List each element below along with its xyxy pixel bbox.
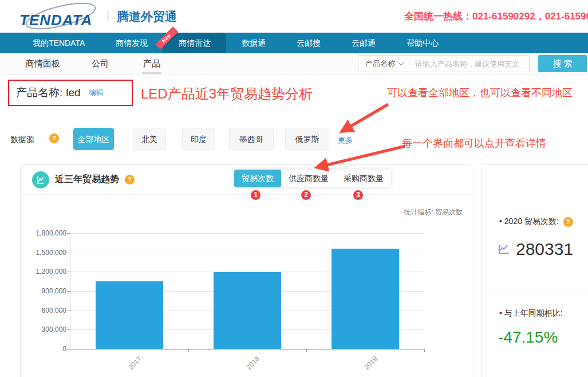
metric-tabs: 贸易次数 供应商数量 采购商数量 [234, 170, 391, 187]
summary-divider [482, 292, 588, 292]
chart-y-tick-label: 300,000 [21, 325, 66, 333]
nav-item-discovery[interactable]: 商情发现 [100, 33, 163, 53]
product-name-box: 产品名称: led 编辑 [8, 80, 133, 106]
search-category-label: 产品名称 [365, 58, 395, 69]
region-button-india[interactable]: 印度 [182, 128, 215, 150]
line-chart-icon [32, 171, 49, 188]
app-root: TENDATA | 腾道外贸通 全国统一热线：021-61590292，021-… [0, 0, 588, 377]
tendata-logo[interactable]: TENDATA [16, 5, 102, 29]
chart-x-tick-label: 2018 [244, 355, 261, 371]
logo-subtitle: 腾道外贸通 [117, 9, 177, 25]
summary-card: • 2020 贸易次数: ? 280331 • 与上年同期相比: -47.15% [482, 164, 588, 377]
nav-item-radar-label: 商情雷达 [179, 38, 211, 48]
chart-y-tick [67, 311, 70, 311]
chart-y-tick-label: 1,500,000 [21, 249, 66, 257]
stat-indicator-label: 统计指标: 贸易次数 [404, 207, 463, 217]
chart-y-tick-label: 1,200,000 [21, 268, 66, 276]
stat-2020-value-row: 280331 [497, 239, 573, 259]
datasource-label: 数据源 [10, 135, 34, 145]
chart-x-tick [188, 349, 189, 352]
nav-item-help-center[interactable]: 帮助中心 [391, 33, 454, 53]
region-button-north-america[interactable]: 北美 [133, 128, 166, 150]
chart-y-tick-label: 900,000 [21, 287, 66, 295]
chart-bar-2017[interactable] [96, 281, 163, 349]
annotation-title: LED产品近3年贸易趋势分析 [141, 85, 313, 103]
chart-gridline [70, 233, 424, 234]
tab-trade-count[interactable]: 贸易次数 [234, 170, 281, 187]
nav-item-radar[interactable]: New 商情雷达 [163, 33, 226, 53]
step-badge-1: 1 [251, 190, 261, 200]
chart-y-tick [67, 329, 70, 330]
chart-x-tick [424, 349, 425, 352]
step-badge-3: 3 [353, 190, 363, 200]
chart-y-tick-label: 1,800,000 [21, 229, 66, 237]
search-input[interactable] [409, 56, 529, 71]
product-name-value: led [66, 87, 80, 99]
logo-text: TENDATA [19, 11, 92, 29]
logo-divider: | [106, 9, 109, 21]
subnav-item-company[interactable]: 公司 [92, 53, 109, 74]
stat-yoy-value: -47.15% [498, 328, 558, 347]
nav-item-cloud-mail[interactable]: 云邮通 [336, 33, 391, 53]
edit-link[interactable]: 编辑 [89, 88, 104, 98]
tab-buyer-count[interactable]: 采购商数量 [336, 170, 391, 187]
trend-help-icon[interactable]: ? [125, 175, 135, 184]
step-badge-2: 2 [301, 190, 311, 200]
nav-item-datatong[interactable]: 数据通 [226, 33, 281, 53]
bar-chart-plot: 201720182019 [70, 233, 424, 349]
chart-y-tick-label: 600,000 [21, 307, 66, 315]
trend-chart-card: 近三年贸易趋势 ? 贸易次数 供应商数量 采购商数量 1 2 3 统计指标: 贸… [20, 164, 472, 377]
arrow-to-tabs-icon [319, 146, 405, 167]
chart-x-tick-label: 2017 [127, 355, 143, 371]
hotline-text: 全国统一热线：021-61590292，021-61590275 [404, 10, 588, 23]
chart-y-tick [67, 291, 70, 292]
stat-2020-label-row: • 2020 贸易次数: ? [499, 217, 573, 227]
annotation-regions-note: 可以查看全部地区，也可以查看不同地区 [387, 86, 573, 100]
chart-bar-2018[interactable] [214, 272, 281, 349]
product-name-label: 产品名称: [16, 85, 62, 100]
annotation-detail-note: 每一个界面都可以点开查看详情 [402, 136, 546, 150]
top-header: TENDATA | 腾道外贸通 全国统一热线：021-61590292，021-… [0, 0, 588, 33]
chart-y-tick [67, 272, 70, 272]
search-category-select[interactable]: 产品名称 [358, 58, 409, 69]
chart-y-tick [67, 253, 70, 253]
region-button-all[interactable]: 全部地区 [73, 128, 114, 150]
datasource-help-icon[interactable]: ? [49, 133, 59, 143]
chart-y-tick [67, 233, 70, 234]
chevron-down-icon [398, 60, 404, 65]
tab-supplier-count[interactable]: 供应商数量 [281, 170, 336, 187]
trend-card-title: 近三年贸易趋势 [55, 174, 119, 186]
stat-yoy-label: • 与上年同期相比: [499, 308, 563, 319]
region-button-russia[interactable]: 俄罗斯 [285, 128, 329, 150]
region-button-mexico[interactable]: 墨西哥 [229, 128, 274, 150]
arrow-to-more-icon [344, 104, 388, 130]
more-regions-link[interactable]: 更多 [338, 135, 353, 146]
stat-2020-help-icon[interactable]: ? [563, 217, 573, 227]
chart-x-tick [306, 349, 307, 352]
search-box: 产品名称 [358, 55, 530, 72]
nav-item-cloud-mail-search[interactable]: 云邮搜 [281, 33, 336, 53]
chart-gridline [70, 349, 424, 349]
bar-chart-area: 0300,000600,000900,0001,200,0001,500,000… [21, 228, 473, 377]
chart-y-tick [67, 349, 70, 349]
chart-bar-2019[interactable] [332, 249, 399, 349]
search-button[interactable]: 搜 索 [538, 55, 587, 72]
chart-x-tick-label: 2019 [362, 355, 379, 371]
subnav-item-dashboard[interactable]: 商情面板 [26, 53, 60, 74]
sub-navbar: 商情面板 公司 产品 产品名称 搜 索 [0, 53, 588, 74]
stat-2020-value: 280331 [516, 239, 573, 259]
purple-line-chart-icon [497, 242, 511, 256]
nav-item-my-tendata[interactable]: 我的TENDATA [17, 33, 100, 53]
main-navbar: 我的TENDATA 商情发现 New 商情雷达 数据通 云邮搜 云邮通 帮助中心 [0, 33, 588, 53]
stat-2020-label: • 2020 贸易次数: [499, 217, 559, 227]
chart-y-tick-label: 0 [21, 345, 66, 353]
subnav-item-product[interactable]: 产品 [143, 53, 160, 74]
